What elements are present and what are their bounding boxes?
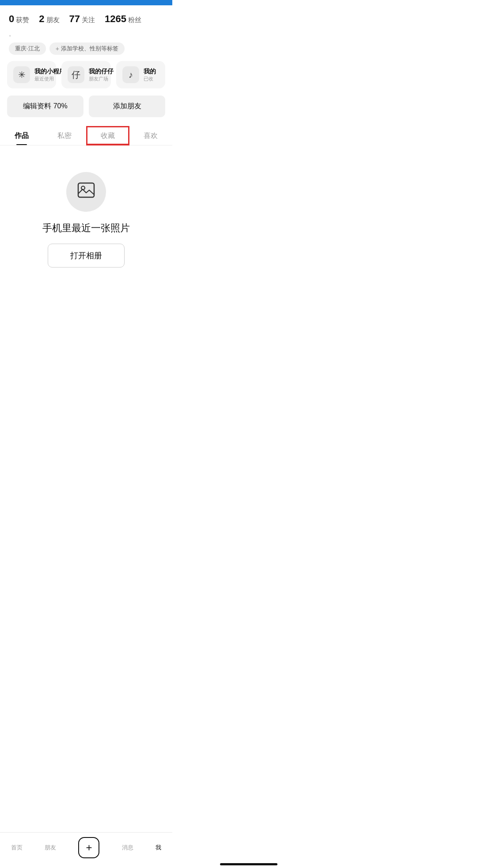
mini-app-sub: 已收 <box>144 76 156 82</box>
content-title: 手机里最近一张照片 <box>42 222 130 235</box>
open-album-button[interactable]: 打开相册 <box>48 244 125 268</box>
mini-app-icon: ✳ <box>13 66 30 83</box>
stat-num: 77 <box>69 13 80 25</box>
bio: 。 <box>0 29 172 40</box>
stat-label: 朋友 <box>46 16 60 24</box>
tab-作品[interactable]: 作品 <box>0 126 43 145</box>
mini-apps-row: ✳ 我的小程序 最近使用 仔 我的仔仔 朋友广场 ♪ 我的 已收 <box>0 61 172 96</box>
svg-rect-0 <box>78 183 94 197</box>
mini-app-sub: 朋友广场 <box>89 76 104 82</box>
mini-app-card-1[interactable]: 仔 我的仔仔 朋友广场 <box>61 61 110 88</box>
stat-num: 0 <box>9 13 14 25</box>
stats-row: 0获赞2朋友77关注1265粉丝 <box>0 5 172 29</box>
stat-label: 获赞 <box>16 16 29 24</box>
tab-喜欢[interactable]: 喜欢 <box>129 126 173 145</box>
tag-chip[interactable]: 重庆·江北 <box>9 42 46 55</box>
mini-app-card-0[interactable]: ✳ 我的小程序 最近使用 <box>7 61 56 88</box>
mini-app-sub: 最近使用 <box>34 76 50 82</box>
plus-icon: + <box>56 45 59 52</box>
tags-row: 重庆·江北+添加学校、性别等标签 <box>0 40 172 61</box>
mini-app-card-2[interactable]: ♪ 我的 已收 <box>116 61 165 88</box>
mini-app-icon: 仔 <box>68 66 84 83</box>
mini-app-icon: ♪ <box>122 66 139 83</box>
tabs-row[interactable]: 作品私密收藏喜欢 <box>0 126 172 145</box>
tab-highlight-box <box>86 126 129 145</box>
photo-placeholder <box>66 172 106 212</box>
tag-label: 重庆·江北 <box>15 45 40 53</box>
tag-chip[interactable]: +添加学校、性别等标签 <box>49 42 125 55</box>
stat-label: 关注 <box>82 16 95 24</box>
stat-item-粉丝: 1265粉丝 <box>105 13 141 25</box>
action-btn-1[interactable]: 添加朋友 <box>89 96 165 117</box>
stat-item-获赞: 0获赞 <box>9 13 29 25</box>
stat-label: 粉丝 <box>128 16 141 24</box>
header-bar <box>0 0 172 5</box>
stat-num: 2 <box>39 13 44 25</box>
stat-num: 1265 <box>105 13 126 25</box>
image-icon <box>77 182 95 202</box>
tab-私密[interactable]: 私密 <box>43 126 87 145</box>
stat-item-朋友: 2朋友 <box>39 13 59 25</box>
tab-收藏[interactable]: 收藏 <box>86 126 129 145</box>
action-buttons: 编辑资料 70%添加朋友 <box>0 96 172 126</box>
action-btn-0[interactable]: 编辑资料 70% <box>7 96 83 117</box>
tag-label: 添加学校、性别等标签 <box>61 45 118 53</box>
stat-item-关注: 77关注 <box>69 13 95 25</box>
mini-app-name: 我的仔仔 <box>89 68 104 76</box>
mini-app-name: 我的小程序 <box>34 68 50 76</box>
content-area: 手机里最近一张照片 打开相册 <box>0 145 172 285</box>
mini-app-name: 我的 <box>144 68 156 76</box>
